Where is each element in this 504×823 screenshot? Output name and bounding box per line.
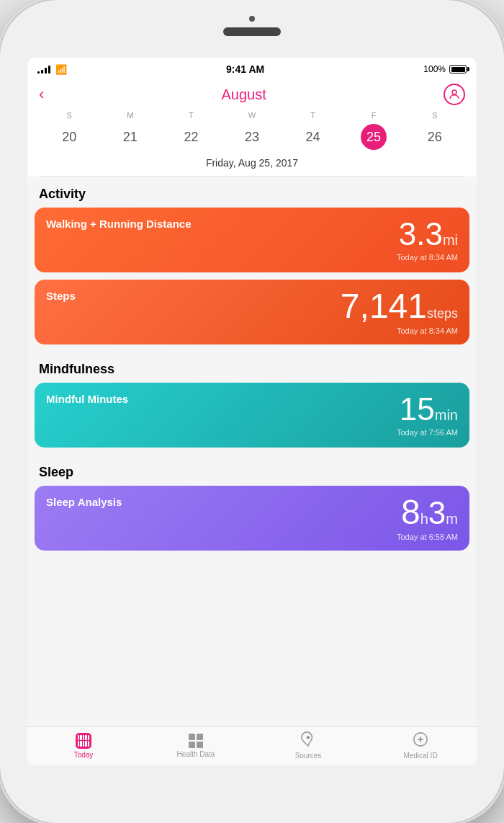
- battery-percent: 100%: [423, 64, 446, 74]
- battery-fill: [451, 67, 465, 72]
- date-21[interactable]: 21: [100, 124, 161, 150]
- sleep-section-title: Sleep: [27, 455, 477, 486]
- walking-value-row: 3.3 mi: [397, 218, 458, 250]
- mindful-unit: min: [435, 407, 458, 424]
- tab-medical-id[interactable]: Medical ID: [364, 731, 477, 760]
- steps-value: 7,141: [341, 289, 427, 324]
- sleep-timestamp: Today at 6:58 AM: [397, 533, 458, 541]
- day-w: W: [222, 110, 283, 121]
- back-arrow[interactable]: ‹: [39, 85, 44, 104]
- calendar-dates: 20 21 22 23 24 25 26: [39, 124, 465, 150]
- medical-id-icon: [413, 731, 428, 749]
- today-tab-label: Today: [74, 751, 94, 759]
- date-25-selected[interactable]: 25: [361, 124, 387, 150]
- health-data-tab-label: Health Data: [177, 750, 215, 758]
- sleep-minutes-unit: m: [446, 511, 458, 528]
- mindful-value: 15: [400, 393, 435, 425]
- medical-id-tab-label: Medical ID: [403, 752, 437, 760]
- date-22[interactable]: 22: [161, 124, 222, 150]
- walking-timestamp: Today at 8:34 AM: [397, 253, 458, 262]
- mindfulness-section-title: Mindfulness: [27, 352, 477, 383]
- battery-icon: [449, 65, 467, 74]
- screen: 📶 9:41 AM 100% ‹ August: [27, 58, 477, 765]
- sleep-value-area: 8 h 3 m Today at 6:58 AM: [397, 495, 458, 541]
- date-20[interactable]: 20: [39, 124, 100, 150]
- wifi-icon: 📶: [55, 64, 67, 75]
- calendar-header: ‹ August S M T W T F S 20: [27, 78, 477, 177]
- mindful-timestamp: Today at 7:56 AM: [397, 428, 458, 437]
- sleep-card[interactable]: Sleep Analysis 8 h 3 m Today at 6:58 AM: [35, 486, 469, 551]
- today-icon: [76, 733, 91, 749]
- sleep-hours-unit: h: [420, 511, 428, 528]
- day-t1: T: [161, 110, 222, 121]
- sleep-value-row: 8 h 3 m: [397, 495, 458, 530]
- steps-unit: steps: [427, 306, 458, 321]
- calendar-days-header: S M T W T F S: [39, 110, 465, 121]
- day-f: F: [343, 110, 405, 121]
- date-24[interactable]: 24: [282, 124, 343, 150]
- phone-frame: 📶 9:41 AM 100% ‹ August: [0, 0, 504, 823]
- month-nav: ‹ August: [39, 84, 465, 105]
- profile-icon[interactable]: [444, 84, 465, 105]
- date-23[interactable]: 23: [222, 124, 283, 150]
- status-right: 100%: [423, 64, 467, 74]
- walking-card[interactable]: Walking + Running Distance 3.3 mi Today …: [35, 208, 469, 272]
- tab-health-data[interactable]: Health Data: [140, 734, 252, 758]
- steps-value-row: 7,141 steps: [341, 289, 458, 324]
- speaker: [223, 27, 281, 36]
- tab-bar: Today Health Data Sources: [27, 726, 477, 765]
- svg-point-0: [452, 90, 456, 94]
- tab-today[interactable]: Today: [27, 733, 140, 759]
- day-m: M: [100, 110, 161, 121]
- mindful-value-area: 15 min Today at 7:56 AM: [397, 393, 458, 437]
- month-title: August: [222, 86, 266, 103]
- signal-bars: [37, 65, 50, 74]
- activity-section-title: Activity: [27, 177, 477, 208]
- day-s2: S: [404, 110, 465, 121]
- sleep-minutes-value: 3: [428, 497, 446, 529]
- steps-card[interactable]: Steps 7,141 steps Today at 8:34 AM: [35, 280, 469, 344]
- steps-timestamp: Today at 8:34 AM: [341, 326, 458, 335]
- grid-icon: [189, 734, 203, 748]
- day-t2: T: [282, 110, 343, 121]
- tab-sources[interactable]: Sources: [252, 731, 364, 760]
- date-26[interactable]: 26: [404, 124, 465, 150]
- walking-value: 3.3: [399, 218, 443, 250]
- mindful-card[interactable]: Mindful Minutes 15 min Today at 7:56 AM: [35, 383, 469, 448]
- content: Activity Walking + Running Distance 3.3 …: [27, 177, 477, 726]
- sleep-hours-value: 8: [401, 495, 420, 530]
- status-time: 9:41 AM: [226, 63, 264, 75]
- day-s1: S: [39, 110, 100, 121]
- walking-unit: mi: [443, 232, 458, 249]
- walking-value-area: 3.3 mi Today at 8:34 AM: [397, 218, 458, 262]
- mindful-value-row: 15 min: [397, 393, 458, 425]
- status-bar: 📶 9:41 AM 100%: [27, 58, 477, 78]
- steps-value-area: 7,141 steps Today at 8:34 AM: [341, 289, 458, 335]
- status-left: 📶: [37, 64, 67, 75]
- svg-point-1: [307, 736, 310, 739]
- sources-tab-label: Sources: [295, 752, 322, 760]
- selected-date-label: Friday, Aug 25, 2017: [39, 154, 465, 177]
- sources-icon: [300, 731, 316, 749]
